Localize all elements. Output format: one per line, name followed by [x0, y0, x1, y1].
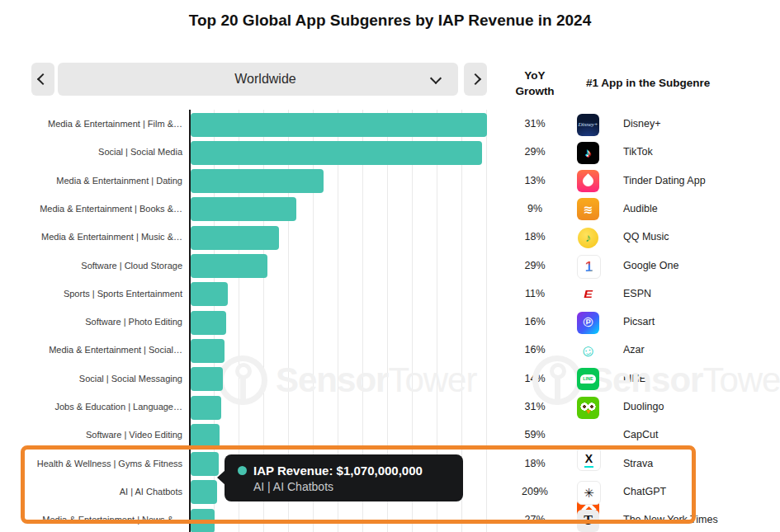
yoy-value: 29%: [500, 146, 570, 158]
tooltip-revenue: IAP Revenue: $1,070,000,000: [253, 464, 423, 478]
sensor-tower-watermark: SensorTower: [532, 355, 780, 405]
tiktok-icon: ♪: [577, 142, 599, 164]
capcut-icon: X: [577, 447, 601, 471]
line-icon-glyph: LINE: [580, 374, 596, 384]
qq-music-icon: ♪: [577, 227, 599, 249]
region-dropdown-value: Worldwide: [234, 72, 295, 87]
yoy-value: 11%: [500, 288, 570, 299]
yoy-value: 18%: [500, 458, 570, 469]
top-app-name: Google One: [623, 260, 678, 271]
nyt-icon-glyph: T: [584, 514, 593, 527]
category-label: Software | Cloud Storage: [0, 261, 182, 271]
tooltip-dot-icon: [238, 466, 247, 475]
revenue-bar[interactable]: [191, 113, 487, 137]
category-label: Media & Entertainment | News &…: [0, 515, 182, 525]
category-label: Media & Entertainment | Books &…: [0, 204, 182, 214]
top-app-name: ChatGPT: [623, 486, 666, 497]
category-label: Media & Entertainment | Social…: [0, 345, 182, 355]
yoy-value: 29%: [500, 260, 570, 271]
category-label: AI | AI Chatbots: [0, 487, 182, 497]
chevron-right-icon: [470, 73, 481, 85]
tiktok-icon-glyph: ♪: [585, 147, 591, 158]
revenue-bar[interactable]: [191, 169, 324, 193]
category-label: Health & Wellness | Gyms & Fitness: [0, 459, 182, 468]
azar-icon: ☺: [577, 340, 599, 362]
espn-icon: E: [577, 283, 599, 305]
yoy-value: 9%: [500, 203, 570, 214]
google-one-icon-glyph: 1: [585, 260, 593, 274]
revenue-bar[interactable]: [191, 282, 228, 306]
category-label: Social | Social Messaging: [0, 374, 182, 384]
prev-region-button[interactable]: [31, 63, 54, 96]
yoy-value: 27%: [500, 514, 570, 525]
top-app-name: Picsart: [623, 316, 655, 327]
disney-plus-icon-glyph: Disney+: [578, 122, 598, 128]
revenue-bar[interactable]: [191, 339, 225, 363]
line-icon: LINE: [577, 368, 599, 390]
audible-icon-glyph: ≋: [584, 204, 593, 215]
picsart-icon-glyph: ℗: [584, 316, 593, 329]
top-app-name: TikTok: [623, 146, 653, 158]
bar-tooltip: IAP Revenue: $1,070,000,000 AI | AI Chat…: [225, 454, 463, 501]
category-label: Social | Social Media: [0, 147, 182, 157]
revenue-bar[interactable]: [191, 226, 279, 250]
disney-plus-icon: Disney+: [577, 114, 599, 136]
yoy-value: 13%: [500, 175, 570, 186]
top-app-name: Disney+: [623, 118, 661, 129]
revenue-bar[interactable]: [191, 311, 226, 335]
chevron-left-icon: [37, 73, 49, 85]
category-label: Sports | Sports Entertainment: [0, 289, 182, 299]
app-subgenres-chart: Top 20 Global App Subgenres by IAP Reven…: [0, 0, 780, 532]
tooltip-subgenre: AI | AI Chatbots: [238, 480, 463, 493]
yoy-value: 59%: [500, 429, 570, 440]
qq-music-icon-glyph: ♪: [578, 228, 598, 248]
azar-icon-glyph: ☺: [578, 341, 598, 360]
category-label: Software | Video Editing: [0, 430, 182, 440]
category-label: Media & Entertainment | Film &…: [0, 119, 182, 129]
chatgpt-icon-glyph: ✳: [584, 487, 594, 499]
top-app-name: Duolingo: [623, 401, 664, 412]
category-label: Media & Entertainment | Dating: [0, 176, 182, 186]
duolingo-owl-icon: [577, 397, 599, 419]
revenue-bar[interactable]: [191, 254, 267, 278]
top-app-name: QQ Music: [623, 231, 669, 242]
revenue-bar[interactable]: [191, 396, 221, 420]
revenue-bar[interactable]: [191, 367, 223, 391]
gridline: [486, 110, 487, 532]
audible-icon: ≋: [577, 198, 599, 220]
yoy-value: 16%: [500, 316, 570, 327]
google-one-icon: 1: [577, 255, 601, 279]
category-label: Media & Entertainment | Music &…: [0, 232, 182, 242]
yoy-value: 14%: [500, 373, 570, 384]
top-app-name: Strava: [623, 458, 653, 469]
revenue-bar[interactable]: [191, 509, 215, 532]
yoy-value: 31%: [500, 118, 570, 129]
category-label: Software | Photo Editing: [0, 317, 182, 327]
tinder-flame-icon: [577, 170, 599, 192]
yoy-value: 18%: [500, 231, 570, 242]
revenue-bar[interactable]: [191, 141, 482, 165]
top-app-name: CapCut: [623, 429, 658, 440]
top-app-name: Tinder Dating App: [623, 175, 706, 186]
yoy-value: 31%: [500, 401, 570, 412]
top-app-name: Audible: [623, 203, 658, 214]
top-app-name: The New York Times: [623, 514, 718, 525]
sensor-tower-logo-icon: [218, 355, 267, 405]
revenue-bar[interactable]: [191, 197, 296, 221]
nyt-icon: T: [577, 510, 599, 532]
top-app-name: ESPN: [623, 288, 651, 299]
next-region-button[interactable]: [464, 63, 487, 96]
region-dropdown[interactable]: Worldwide: [58, 63, 458, 96]
revenue-bar[interactable]: [191, 452, 219, 476]
revenue-bar[interactable]: [191, 424, 220, 448]
chatgpt-icon: ✳: [577, 481, 601, 505]
page-title: Top 20 Global App Subgenres by IAP Reven…: [0, 12, 780, 30]
picsart-icon: ℗: [577, 312, 599, 334]
yoy-value: 209%: [500, 486, 570, 497]
sensor-tower-watermark: SensorTower: [218, 355, 476, 405]
tinder-flame-icon-glyph: [580, 173, 595, 188]
top-app-name: Azar: [623, 344, 645, 355]
espn-icon-glyph: E: [584, 289, 593, 300]
capcut-icon-glyph: X: [585, 453, 593, 464]
revenue-bar[interactable]: [191, 480, 217, 504]
